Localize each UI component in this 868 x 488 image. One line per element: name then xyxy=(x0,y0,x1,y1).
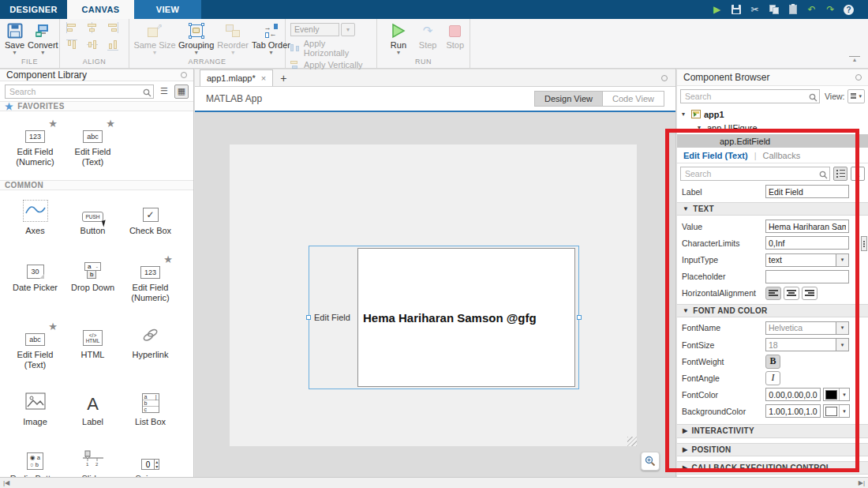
browser-view-dropdown[interactable]: ▾ xyxy=(847,89,865,103)
tab-order-button[interactable]: →← Tab Order ▾ xyxy=(252,21,290,55)
reorder-button[interactable]: Reorder ▾ xyxy=(217,21,249,55)
code-view-button[interactable]: Code View xyxy=(603,92,664,106)
backgroundcolor-picker[interactable]: ▾ xyxy=(823,404,850,418)
figure-resize-grip[interactable] xyxy=(627,437,637,446)
new-tab-button[interactable]: + xyxy=(273,69,294,86)
fontsize-select[interactable]: 18 ▾ xyxy=(765,338,849,351)
run-button[interactable]: Run ▾ xyxy=(387,21,410,55)
inspector-tab[interactable]: Edit Field (Text) xyxy=(683,151,748,160)
callbacks-tab[interactable]: Callbacks xyxy=(763,151,801,160)
library-item-drop-down[interactable]: a- b Drop Down xyxy=(64,257,122,303)
copy-icon[interactable] xyxy=(768,4,780,16)
library-item-check-box[interactable]: ✓ Check Box xyxy=(122,200,179,236)
library-item-list-box[interactable]: a| b c List Box xyxy=(122,391,179,427)
tab-canvas[interactable]: CANVAS xyxy=(67,0,134,19)
evenly-combo[interactable]: Evenly ▾ xyxy=(290,23,372,36)
fontname-dropdown-icon[interactable]: ▾ xyxy=(836,322,848,334)
library-item-slider[interactable]: 12 Slider xyxy=(64,448,122,477)
align-left-icon[interactable] xyxy=(65,22,79,33)
scroll-left-end-icon[interactable]: |◀ xyxy=(3,479,9,486)
favorite-star-icon[interactable]: ★ xyxy=(163,253,173,265)
tree-node-app1[interactable]: ▾ app1 xyxy=(677,107,868,121)
evenly-dropdown-icon[interactable]: ▾ xyxy=(341,23,355,36)
redo-icon[interactable]: ↷ xyxy=(825,4,836,16)
cut-icon[interactable]: ✂ xyxy=(749,4,761,16)
tree-expand-icon[interactable]: ▾ xyxy=(682,111,688,118)
convert-button[interactable]: Convert ▾ xyxy=(28,21,58,55)
grid-view-button[interactable]: ▦ xyxy=(174,84,189,99)
section-header-position[interactable]: ▶ POSITION xyxy=(677,443,868,456)
fontcolor-picker[interactable]: ▾ xyxy=(823,388,850,401)
help-icon[interactable]: ? xyxy=(844,5,854,15)
library-item-axes[interactable]: Axes xyxy=(6,200,64,236)
label-value-input[interactable] xyxy=(765,185,849,198)
same-size-button[interactable]: Same Size ▾ xyxy=(134,21,175,55)
tab-view[interactable]: VIEW xyxy=(134,0,201,19)
placeholder-input[interactable] xyxy=(765,270,849,283)
save-button[interactable]: Save ▾ xyxy=(5,21,24,55)
save-quick-icon[interactable] xyxy=(730,4,742,16)
characterlimits-more-button[interactable] xyxy=(861,236,867,251)
step-button[interactable]: ↷ Step xyxy=(418,21,438,51)
favorite-star-icon[interactable]: ★ xyxy=(106,118,115,130)
align-right-icon[interactable] xyxy=(106,22,120,33)
tree-node-editfield[interactable]: app.EditField xyxy=(677,134,868,148)
resize-handle-right[interactable] xyxy=(577,315,582,320)
browser-search-input[interactable] xyxy=(680,89,820,103)
library-item-edit-field-numeric[interactable]: ★ 123 Edit Field (Numeric) xyxy=(122,257,179,303)
section-header-font[interactable]: ▼ FONT AND COLOR xyxy=(677,304,868,317)
apply-horizontally-button[interactable]: Apply Horizontally xyxy=(290,39,372,58)
library-item-image[interactable]: Image xyxy=(6,391,64,427)
value-input[interactable] xyxy=(765,220,849,233)
fontsize-dropdown-icon[interactable]: ▾ xyxy=(836,339,848,351)
list-view-button[interactable]: ☰ xyxy=(157,84,171,99)
fontcolor-input[interactable] xyxy=(765,388,821,401)
italic-toggle[interactable]: I xyxy=(765,371,780,385)
uifigure-canvas[interactable]: Edit Field Hema Hariharan Samson @gfg xyxy=(230,145,637,446)
favorite-star-icon[interactable]: ★ xyxy=(48,118,58,130)
panel-options-icon[interactable] xyxy=(855,74,862,81)
editor-options-icon[interactable] xyxy=(661,75,668,81)
library-item-date-picker[interactable]: 30 Date Picker xyxy=(6,257,64,303)
align-right-toggle[interactable] xyxy=(802,287,817,300)
document-tab-app1[interactable]: app1.mlapp* × xyxy=(200,69,273,86)
fontname-select[interactable]: Helvetica ▾ xyxy=(765,321,849,335)
fontcolor-dropdown-icon[interactable]: ▾ xyxy=(839,389,849,400)
favorite-star-icon[interactable]: ★ xyxy=(48,321,58,332)
inputtype-dropdown-icon[interactable]: ▾ xyxy=(836,254,848,266)
library-item-spinner[interactable]: 0 ▴▾ Spinner xyxy=(122,448,179,477)
backgroundcolor-dropdown-icon[interactable]: ▾ xyxy=(839,405,849,417)
tree-node-uifigure[interactable]: ▾ app.UIFigure xyxy=(677,121,868,134)
panel-options-icon[interactable] xyxy=(181,72,187,78)
resize-handle-left[interactable] xyxy=(306,315,311,320)
favorites-section-header[interactable]: ★ FAVORITES xyxy=(0,101,193,111)
edit-field-component-box[interactable]: Hema Hariharan Samson @gfg xyxy=(357,248,575,387)
section-header-callback[interactable]: ▶ CALLBACK EXECUTION CONTROL xyxy=(677,461,868,475)
align-middle-icon[interactable] xyxy=(87,38,98,52)
align-center-toggle[interactable] xyxy=(784,287,799,300)
align-bottom-icon[interactable] xyxy=(107,38,118,52)
align-center-icon[interactable] xyxy=(85,22,99,33)
library-item-button[interactable]: PUSH Button xyxy=(64,200,122,236)
inspector-search-input[interactable] xyxy=(680,167,830,181)
library-item-label[interactable]: A Label xyxy=(64,391,122,427)
library-item-edit-field-numeric-fav[interactable]: ★ 123 Edit Field (Numeric) xyxy=(6,121,64,167)
close-tab-icon[interactable]: × xyxy=(261,73,266,83)
scroll-right-end-icon[interactable]: ▶| xyxy=(859,479,865,486)
bold-toggle[interactable]: B xyxy=(765,355,780,369)
apply-vertically-button[interactable]: Apply Vertically xyxy=(290,60,372,69)
undo-icon[interactable]: ↶ xyxy=(806,4,817,16)
section-header-text[interactable]: ▼ TEXT xyxy=(677,202,868,216)
backgroundcolor-input[interactable] xyxy=(765,404,821,418)
common-section-header[interactable]: COMMON xyxy=(0,180,193,190)
align-top-icon[interactable] xyxy=(66,38,77,52)
library-item-hyperlink[interactable]: Hyperlink xyxy=(122,324,179,370)
run-quick-icon[interactable]: ▶ xyxy=(711,4,723,16)
tree-expand-icon[interactable]: ▾ xyxy=(698,124,704,131)
inputtype-select[interactable]: text ▾ xyxy=(765,253,849,267)
grouping-button[interactable]: Grouping ▾ xyxy=(178,21,214,55)
paste-icon[interactable] xyxy=(787,4,799,16)
zoom-in-button[interactable] xyxy=(641,452,660,471)
design-canvas[interactable]: Edit Field Hema Hariharan Samson @gfg xyxy=(195,112,675,477)
align-left-toggle[interactable] xyxy=(765,287,781,300)
